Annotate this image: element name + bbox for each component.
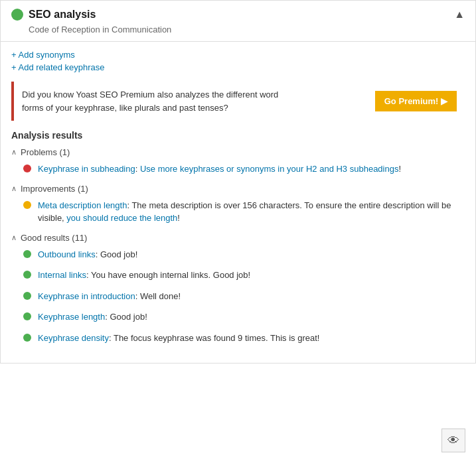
green-dot-5: [23, 334, 31, 342]
internal-links-link[interactable]: Internal links: [38, 270, 86, 280]
good-text-5: Keyphrase density: The focus keyphrase w…: [38, 332, 319, 345]
orange-dot: [23, 201, 31, 209]
add-related-keyphrase-link[interactable]: + Add related keyphrase: [11, 62, 465, 72]
red-dot: [23, 165, 31, 172]
go-premium-button[interactable]: Go Premium! ▶: [375, 91, 457, 111]
good-text-3: Keyphrase in introduction: Well done!: [38, 290, 181, 303]
good-results-section-header[interactable]: ∧ Good results (11): [11, 233, 465, 243]
reduce-length-link[interactable]: you should reduce the length: [66, 213, 177, 223]
panel-header: SEO analysis ▲: [1, 1, 475, 25]
good-text-1: Outbound links: Good job!: [38, 248, 137, 261]
status-indicator: [11, 9, 23, 21]
good-text-2: Internal links: You have enough internal…: [38, 269, 250, 282]
green-dot-3: [23, 292, 31, 300]
analysis-results-title: Analysis results: [11, 130, 465, 141]
good-text-4: Keyphrase length: Good job!: [38, 310, 147, 324]
meta-description-length-link[interactable]: Meta description length: [38, 200, 127, 210]
problem-text-1: Keyphrase in subheading: Use more keyphr…: [38, 163, 401, 176]
outbound-links-link[interactable]: Outbound links: [38, 249, 96, 259]
good-item-1: Outbound links: Good job!: [11, 248, 465, 261]
green-dot-1: [23, 250, 31, 258]
green-dot-4: [23, 312, 31, 320]
problems-chevron: ∧: [11, 148, 17, 157]
panel-body: + Add synonyms + Add related keyphrase D…: [1, 50, 475, 363]
improvements-chevron: ∧: [11, 184, 17, 193]
green-dot-2: [23, 271, 31, 279]
good-item-2: Internal links: You have enough internal…: [11, 269, 465, 282]
good-item-5: Keyphrase density: The focus keyphrase w…: [11, 332, 465, 345]
good-results-label: Good results (11): [21, 233, 87, 243]
good-results-chevron: ∧: [11, 233, 17, 242]
good-item-3: Keyphrase in introduction: Well done!: [11, 290, 465, 303]
eye-button[interactable]: 👁: [441, 429, 465, 452]
panel-title: SEO analysis: [29, 9, 96, 21]
subheading-action-link[interactable]: Use more keyphrases or synonyms in your …: [140, 164, 398, 174]
keyphrase-length-link[interactable]: Keyphrase length: [38, 312, 105, 322]
good-item-4: Keyphrase length: Good job!: [11, 310, 465, 324]
panel-header-left: SEO analysis: [11, 9, 96, 21]
keyphrase-introduction-link[interactable]: Keyphrase in introduction: [38, 291, 135, 301]
improvements-label: Improvements (1): [21, 184, 88, 194]
panel-subtitle: Code of Reception in Communication: [1, 25, 475, 41]
problems-section-header[interactable]: ∧ Problems (1): [11, 147, 465, 157]
problems-label: Problems (1): [21, 147, 70, 157]
divider: [1, 41, 475, 42]
add-synonyms-link[interactable]: + Add synonyms: [11, 50, 465, 60]
improvement-item-1: Meta description length: The meta descri…: [11, 199, 465, 225]
improvements-section-header[interactable]: ∧ Improvements (1): [11, 184, 465, 194]
keyphrase-subheading-link[interactable]: Keyphrase in subheading: [38, 164, 135, 174]
problem-item-1: Keyphrase in subheading: Use more keyphr…: [11, 163, 465, 176]
collapse-button[interactable]: ▲: [454, 9, 465, 21]
keyphrase-density-link[interactable]: Keyphrase density: [38, 333, 109, 343]
seo-analysis-panel: SEO analysis ▲ Code of Reception in Comm…: [0, 0, 476, 364]
premium-box: Did you know Yoast SEO Premium also anal…: [11, 82, 465, 121]
improvement-text-1: Meta description length: The meta descri…: [38, 199, 465, 225]
premium-text: Did you know Yoast SEO Premium also anal…: [22, 88, 301, 114]
